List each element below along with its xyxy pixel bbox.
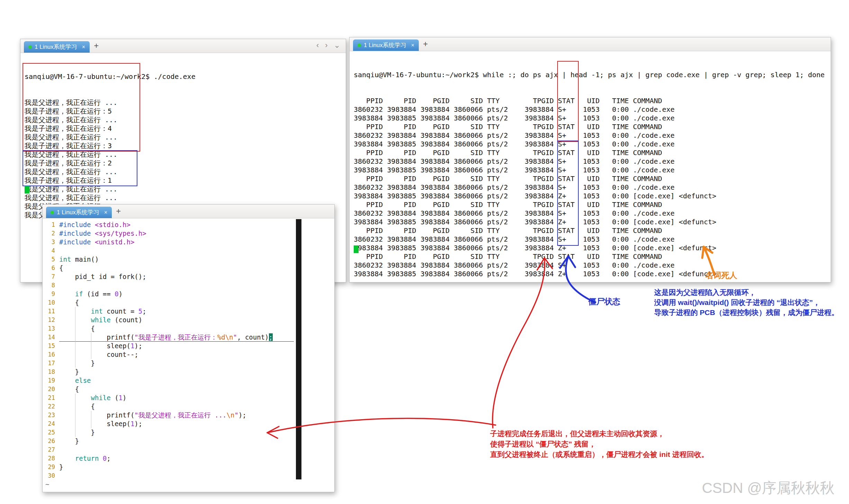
code-line: 28 return 0; [43,454,334,463]
tab-scroll-left-icon[interactable]: ‹ [316,42,319,49]
line-number: 27 [43,446,59,454]
code-line: 15 sleep(1); [43,342,334,350]
line-number: 10 [43,298,59,307]
code-line: 9 if (id == 0) [43,290,334,298]
tab-bar: 1 Linux系统学习 × + ‹ › ⌄ [20,39,346,53]
line-number: 9 [43,290,59,298]
tab-label: 1 Linux系统学习 [364,41,406,49]
code-line: 18 } [43,368,334,376]
note-line: 子进程完成任务后退出，但父进程未主动回收其资源， [490,429,708,439]
tab-bar: 1 Linux系统学习 × + [43,205,334,218]
code-line: 26 } [43,437,334,446]
code-line: 25 } [43,428,334,437]
new-tab-button[interactable]: + [423,40,428,48]
tab-scroll-right-icon[interactable]: › [325,42,327,49]
terminal-output-line: 我是子进程，我正在运行：3 [25,142,342,150]
line-number: 13 [43,324,59,333]
code-line: 8 [43,281,334,290]
ps-output-line: 3983884 3983885 3983884 3860066 pts/2 39… [354,244,827,252]
red-explanation-note: 子进程完成任务后退出，但父进程未主动回收其资源，使得子进程以 “僵尸状态” 残留… [490,429,708,460]
session-status-icon [28,45,32,49]
ps-output-line: PPID PID PGID SID TTY TPGID STAT UID TIM… [354,148,827,157]
ps-output-line: PPID PID PGID SID TTY TPGID STAT UID TIM… [354,252,827,261]
terminal2-screen[interactable]: sanqiu@VM-16-7-ubuntu:~/work2$ while :; … [350,51,831,324]
terminal-cursor [354,245,359,253]
ps-output-line: PPID PID PGID SID TTY TPGID STAT UID TIM… [354,123,827,131]
shell-command-line: sanqiu@VM-16-7-ubuntu:~/work2$ while :; … [354,71,827,79]
code-line: 12 while (count) [43,316,334,324]
terminal-output-line: 我是父进程，我正在运行 ... [25,133,342,142]
terminal-output-line: 我是父进程，我正在运行 ... [25,150,342,159]
tab-close-icon[interactable]: × [104,209,107,216]
editor-window: 1 Linux系统学习 × + 1#include <stdio.h>2#inc… [42,204,335,492]
terminal-output-line: 我是父进程，我正在运行 ... [25,194,342,202]
ps-output-line: PPID PID PGID SID TTY TPGID STAT UID TIM… [354,226,827,235]
tab-linux-study[interactable]: 1 Linux系统学习 × [353,39,419,51]
tab-linux-study[interactable]: 1 Linux系统学习 × [46,207,112,218]
code-line: 17 } [43,359,334,368]
code-line: 10 { [43,298,334,307]
code-line: 27 [43,446,334,454]
tab-close-icon[interactable]: × [82,44,85,50]
indent-guide [91,411,91,428]
line-number: 12 [43,316,59,324]
scrollbar[interactable] [296,219,301,479]
ps-output-line: 3860232 3983884 3983884 3860066 pts/2 39… [354,157,827,166]
ps-output-line: 3860232 3983884 3983884 3860066 pts/2 39… [354,105,827,114]
code-line: 6{ [43,264,334,272]
code-line: 23 printf("我是父进程，我正在运行 ...\n"); [43,411,334,420]
tab-nav-controls: ‹ › ⌄ [316,42,340,49]
line-number: 2 [43,229,59,238]
ps-output-line: 3983884 3983885 3983884 3860066 pts/2 39… [354,166,827,174]
line-number: 24 [43,420,59,428]
tab-close-icon[interactable]: × [411,42,414,48]
line-number: 25 [43,428,59,437]
line-number: 29 [43,463,59,471]
line-number: 22 [43,402,59,411]
line-number: 3 [43,238,59,246]
vim-code-area[interactable]: 1#include <stdio.h>2#include <sys/types.… [43,218,334,492]
tab-bar: 1 Linux系统学习 × + [350,37,831,51]
tab-label: 1 Linux系统学习 [35,43,77,51]
tab-label: 1 Linux系统学习 [57,208,99,216]
indent-guide [91,333,91,359]
line-number: 11 [43,307,59,316]
ps-output-line: 3860232 3983884 3983884 3860066 pts/2 39… [354,261,827,270]
indent-guide [75,307,75,368]
code-lines: 1#include <stdio.h>2#include <sys/types.… [43,220,334,480]
line-number: 18 [43,368,59,376]
blue-explanation-note: 这是因为父进程陷入无限循环，没调用 wait()/waitpid() 回收子进程… [654,287,839,317]
note-line: 导致子进程的 PCB（进程控制块）残留，成为僵尸进程。 [654,307,839,317]
note-line: 这是因为父进程陷入无限循环， [654,287,839,297]
note-line: 使得子进程以 “僵尸状态” 残留， [490,439,708,449]
code-line: 22 { [43,402,334,411]
tab-menu-icon[interactable]: ⌄ [334,42,340,49]
code-line: 1#include <stdio.h> [43,220,334,229]
vim-empty-line-marker: ~ [43,480,334,489]
code-line: 4 [43,246,334,255]
line-number: 4 [43,246,59,255]
ps-output-line: 3860232 3983884 3983884 3860066 pts/2 39… [354,235,827,244]
tab-linux-study[interactable]: 1 Linux系统学习 × [24,41,90,53]
code-line: 13 { [43,324,334,333]
ps-output-line: 3860232 3983884 3983884 3860066 pts/2 39… [354,183,827,192]
code-line: 3#include <unistd.h> [43,238,334,246]
session-status-icon [358,44,361,47]
new-tab-button[interactable]: + [116,207,121,215]
line-number: 8 [43,281,59,290]
code-line: 24 sleep(1); [43,420,334,428]
code-line: 5int main() [43,255,334,264]
code-line: 2#include <sys/types.h> [43,229,334,238]
ps-output-line: PPID PID PGID SID TTY TPGID STAT UID TIM… [354,97,827,105]
note-line: 没调用 wait()/waitpid() 回收子进程的 “退出状态”， [654,297,839,307]
terminal-output-line: 我是子进程，我正在运行：5 [25,107,342,116]
ps-output-line: 3983884 3983885 3983884 3860066 pts/2 39… [354,114,827,123]
code-line: 29} [43,463,334,471]
new-tab-button[interactable]: + [94,42,99,50]
line-number: 1 [43,220,59,229]
code-line: 16 count--; [43,350,334,359]
note-line: 直到父进程被终止（或系统重启），僵尸进程才会被 init 进程回收。 [490,449,708,460]
zombie-state-label: 僵尸状态 [588,296,620,307]
shell-prompt-line: sanqiu@VM-16-7-ubuntu:~/work2$ ./code.ex… [25,72,342,81]
code-line: 30 [43,471,334,480]
